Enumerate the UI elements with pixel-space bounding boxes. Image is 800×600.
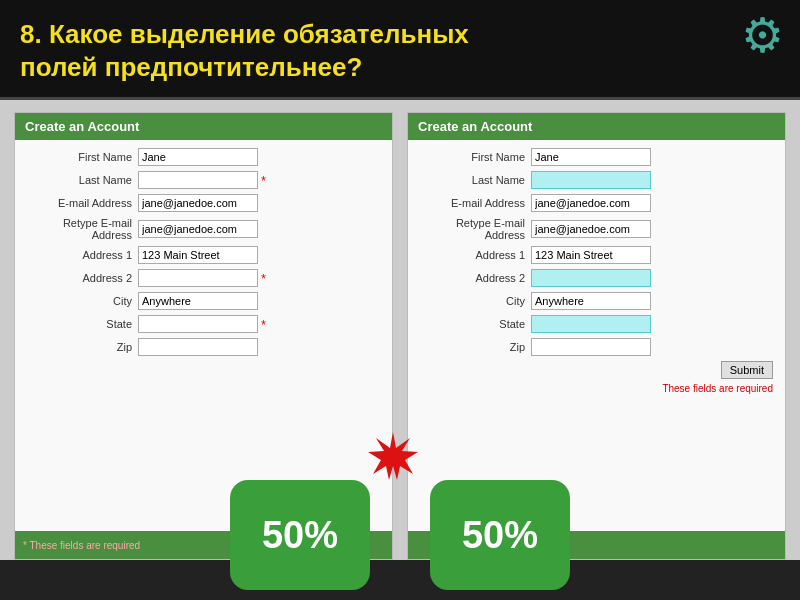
left-form-row-7: State* [23,315,384,333]
right-field-input-0[interactable] [531,148,651,166]
title-line1: 8. Какое выделение обязательных [20,19,469,49]
left-field-input-5[interactable] [138,269,258,287]
right-form-row-6: City [416,292,777,310]
title-line2: полей предпочтительнее? [20,52,362,82]
left-form-panel: Create an Account First NameLast Name*E-… [14,112,393,560]
right-field-label-2: E-mail Address [416,197,531,209]
right-field-label-8: Zip [416,341,531,353]
right-form-header: Create an Account [408,113,785,140]
right-form-row-2: E-mail Address [416,194,777,212]
left-field-label-7: State [23,318,138,330]
right-field-label-0: First Name [416,151,531,163]
left-required-note: * These fields are required [23,540,140,551]
left-form-row-3: Retype E-mail Address [23,217,384,241]
right-form-row-5: Address 2 [416,269,777,287]
right-field-label-6: City [416,295,531,307]
main-content: Create an Account First NameLast Name*E-… [0,100,800,560]
right-form-row-4: Address 1 [416,246,777,264]
right-form-footer [408,531,785,559]
right-field-input-8[interactable] [531,338,651,356]
left-form-row-0: First Name [23,148,384,166]
right-form-row-7: State [416,315,777,333]
right-form-row-0: First Name [416,148,777,166]
left-field-label-6: City [23,295,138,307]
right-field-input-1[interactable] [531,171,651,189]
right-field-input-4[interactable] [531,246,651,264]
left-form-row-2: E-mail Address [23,194,384,212]
left-field-input-4[interactable] [138,246,258,264]
submit-button[interactable]: Submit [721,361,773,379]
right-field-label-1: Last Name [416,174,531,186]
left-form-body: First NameLast Name*E-mail AddressRetype… [15,140,392,531]
right-field-input-6[interactable] [531,292,651,310]
required-star-left-1: * [261,173,266,188]
right-field-input-7[interactable] [531,315,651,333]
right-form-body: First NameLast NameE-mail AddressRetype … [408,140,785,531]
required-star-left-5: * [261,271,266,286]
right-field-input-3[interactable] [531,220,651,238]
left-field-input-1[interactable] [138,171,258,189]
required-star-left-7: * [261,317,266,332]
gear-icon: ⚙ [735,8,790,63]
right-field-label-5: Address 2 [416,272,531,284]
left-field-input-6[interactable] [138,292,258,310]
left-form-footer: * These fields are required [15,531,392,559]
right-field-label-4: Address 1 [416,249,531,261]
left-form-header: Create an Account [15,113,392,140]
left-form-row-6: City [23,292,384,310]
right-required-note: These fields are required [416,383,777,394]
left-field-label-8: Zip [23,341,138,353]
right-form-row-1: Last Name [416,171,777,189]
submit-row: Submit [416,361,777,379]
left-field-label-3: Retype E-mail Address [23,217,138,241]
left-form-row-4: Address 1 [23,246,384,264]
page-title: 8. Какое выделение обязательных полей пр… [20,18,700,83]
header: 8. Какое выделение обязательных полей пр… [0,0,800,97]
left-field-label-4: Address 1 [23,249,138,261]
left-field-input-8[interactable] [138,338,258,356]
left-field-input-2[interactable] [138,194,258,212]
right-form-row-3: Retype E-mail Address [416,217,777,241]
left-field-label-1: Last Name [23,174,138,186]
left-field-input-7[interactable] [138,315,258,333]
starburst-decoration [368,430,418,480]
left-field-label-2: E-mail Address [23,197,138,209]
right-form-panel: Create an Account First NameLast NameE-m… [407,112,786,560]
right-field-label-7: State [416,318,531,330]
left-form-row-8: Zip [23,338,384,356]
right-form-row-8: Zip [416,338,777,356]
right-field-label-3: Retype E-mail Address [416,217,531,241]
right-field-input-2[interactable] [531,194,651,212]
left-field-label-0: First Name [23,151,138,163]
svg-marker-0 [368,432,418,480]
right-field-input-5[interactable] [531,269,651,287]
left-form-row-1: Last Name* [23,171,384,189]
left-field-label-5: Address 2 [23,272,138,284]
left-field-input-3[interactable] [138,220,258,238]
left-field-input-0[interactable] [138,148,258,166]
left-form-row-5: Address 2* [23,269,384,287]
